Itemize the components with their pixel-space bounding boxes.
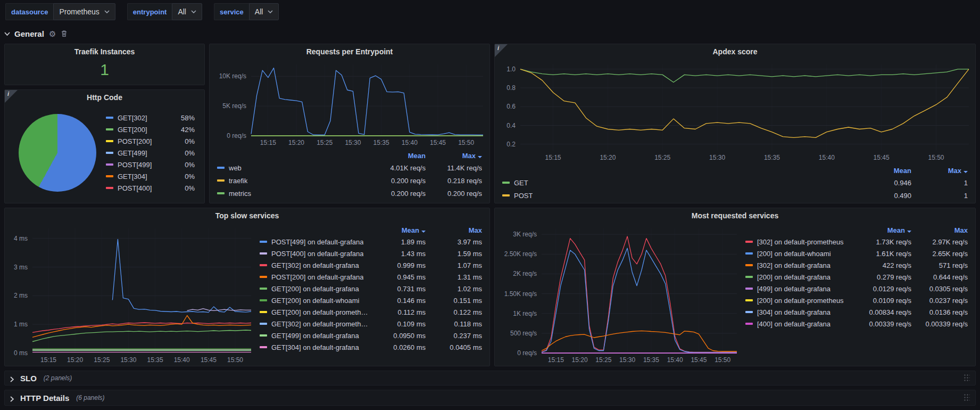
series-color-marker xyxy=(260,334,267,337)
legend-header: MeanMax xyxy=(217,150,482,161)
svg-text:0 req/s: 0 req/s xyxy=(227,132,246,140)
variable-entrypoint-select[interactable]: All xyxy=(172,3,202,20)
gear-icon[interactable]: ⚙ xyxy=(49,30,56,38)
legend-item[interactable]: [302] on default-prometheus1.73K req/s2.… xyxy=(745,236,968,248)
legend-item[interactable]: GET[499] on default-grafana0.0950 ms0.23… xyxy=(260,330,482,341)
legend-item[interactable]: POST[400] on default-grafana1.43 ms1.59 … xyxy=(260,248,482,259)
legend-item[interactable]: GET[302]58% xyxy=(106,112,195,124)
row-slo[interactable]: SLO (2 panels) xyxy=(4,371,976,386)
series-name: [304] on default-grafana xyxy=(757,308,830,316)
legend-item[interactable]: GET[302] on default-prometheus0.109 ms0.… xyxy=(260,318,482,330)
series-color-marker xyxy=(217,167,225,169)
variable-datasource-select[interactable]: Prometheus xyxy=(53,3,115,20)
legend-item[interactable]: [499] on default-grafana0.0129 req/s0.03… xyxy=(745,283,968,294)
legend-item[interactable]: POST[200] on default-grafana0.945 ms1.31… xyxy=(260,271,482,283)
series-mean: 0.00834 req/s xyxy=(855,308,911,316)
legend-column-max[interactable]: Max xyxy=(911,226,968,234)
panel-title-traefik-instances[interactable]: Traefik Instances xyxy=(5,44,204,59)
panel-title-requests-per-entrypoint[interactable]: Requests per Entrypoint xyxy=(210,44,489,59)
series-max: 0.0136 req/s xyxy=(911,308,968,316)
legend-column-max[interactable]: Max xyxy=(426,226,482,234)
legend-value: 0% xyxy=(171,184,195,192)
legend-label: POST[499] xyxy=(118,161,167,169)
panel-info-icon[interactable]: i xyxy=(495,44,508,57)
legend-item[interactable]: GET[302] on default-grafana0.999 ms1.07 … xyxy=(260,259,482,271)
series-max: 0.644 req/s xyxy=(911,273,968,281)
legend-column-max[interactable]: Max xyxy=(426,152,482,160)
http-code-body: GET[302]58%GET[200]42%POST[200]0%GET[499… xyxy=(5,105,204,203)
trash-icon[interactable] xyxy=(61,30,68,37)
top-slow-services-chart[interactable]: 15:1515:2015:2515:3015:3515:4015:4515:50… xyxy=(5,223,258,366)
svg-text:500 req/s: 500 req/s xyxy=(510,330,537,337)
series-color-marker xyxy=(745,288,753,290)
legend-item[interactable]: GET[304] on default-grafana0.0260 ms0.04… xyxy=(260,341,482,353)
legend-column-mean[interactable]: Mean xyxy=(855,167,911,175)
legend-value: 58% xyxy=(171,114,195,122)
svg-text:15:45: 15:45 xyxy=(874,154,890,161)
legend-item[interactable]: POST[499]0% xyxy=(106,159,195,170)
panel-title-most-requested-services[interactable]: Most requested services xyxy=(495,208,975,223)
legend-item[interactable]: GET[200] on default-whoami0.146 ms0.151 … xyxy=(260,294,482,306)
requests-per-entrypoint-legend: MeanMaxweb4.01K req/s11.4K req/straefik0… xyxy=(210,149,489,203)
legend-item[interactable]: POST[200]0% xyxy=(106,135,195,147)
requests-per-entrypoint-chart[interactable]: 15:1515:2015:2515:3015:3515:4015:4515:50… xyxy=(210,59,489,149)
row-general[interactable]: General ⚙ xyxy=(4,26,68,42)
panel-title-top-slow-services[interactable]: Top slow services xyxy=(5,208,489,223)
row-http-details[interactable]: HTTP Details (6 panels) xyxy=(4,390,976,406)
legend-item[interactable]: POST[499] on default-grafana1.89 ms3.97 … xyxy=(260,236,482,248)
panel-info-icon[interactable]: i xyxy=(5,90,18,103)
legend-item[interactable]: web4.01K req/s11.4K req/s xyxy=(217,161,482,174)
series-color-marker xyxy=(745,299,753,301)
panel-most-requested-services: Most requested services 15:1515:2015:251… xyxy=(494,208,976,366)
sort-caret-icon xyxy=(478,156,482,158)
legend-item[interactable]: GET0.9461 xyxy=(502,176,968,189)
legend-item[interactable]: [200] on default-grafana0.279 req/s0.644… xyxy=(745,271,968,283)
legend-item[interactable]: GET[499]0% xyxy=(106,147,195,159)
legend-column-mean[interactable]: Mean xyxy=(369,226,426,234)
legend-label: GET[499] xyxy=(118,149,167,157)
legend-item[interactable]: traefik0.200 req/s0.218 req/s xyxy=(217,174,482,187)
row-http-details-count: (6 panels) xyxy=(76,394,104,401)
legend-item[interactable]: GET[304]0% xyxy=(106,170,195,182)
panel-title-apdex-score[interactable]: Apdex score xyxy=(495,44,975,59)
legend-item[interactable]: [400] on default-grafana0.00339 req/s0.0… xyxy=(745,318,968,330)
legend-column-mean[interactable]: Mean xyxy=(369,152,426,160)
legend-item[interactable]: [200] on default-prometheus0.0109 req/s0… xyxy=(745,294,968,306)
series-name: GET xyxy=(514,179,528,187)
svg-text:15:45: 15:45 xyxy=(430,139,446,146)
legend-value: 42% xyxy=(171,126,195,134)
legend-item[interactable]: [304] on default-grafana0.00834 req/s0.0… xyxy=(745,306,968,318)
drag-handle[interactable] xyxy=(964,393,970,402)
row-general-title: General xyxy=(14,29,44,38)
legend-item[interactable]: GET[200]42% xyxy=(106,124,195,135)
row-slo-count: (2 panels) xyxy=(44,374,72,382)
legend-item[interactable]: POST[400]0% xyxy=(106,182,195,194)
drag-handle[interactable] xyxy=(964,374,970,382)
series-color-marker xyxy=(745,311,753,313)
svg-text:15:35: 15:35 xyxy=(643,356,659,364)
svg-text:15:30: 15:30 xyxy=(120,356,136,364)
series-max: 1.31 ms xyxy=(426,273,482,281)
legend-item[interactable]: metrics0.200 req/s0.200 req/s xyxy=(217,187,482,200)
legend-item[interactable]: GET[200] on default-grafana0.731 ms1.02 … xyxy=(260,283,482,294)
legend-column-max[interactable]: Max xyxy=(911,167,968,175)
sort-caret-icon xyxy=(907,231,911,233)
legend-item[interactable]: [302] on default-grafana422 req/s571 req… xyxy=(745,259,968,271)
series-color-marker xyxy=(260,241,267,243)
variable-service-select[interactable]: All xyxy=(249,3,279,20)
svg-text:15:20: 15:20 xyxy=(67,356,83,364)
svg-text:15:20: 15:20 xyxy=(600,154,616,161)
legend-item[interactable]: GET[200] on default-prometheus0.112 ms0.… xyxy=(260,306,482,318)
legend-item[interactable]: [200] on default-whoami1.61K req/s2.65K … xyxy=(745,248,968,259)
http-code-pie-chart[interactable] xyxy=(19,114,96,192)
panel-title-http-code[interactable]: Http Code xyxy=(5,90,204,105)
top-slow-services-legend: MeanMaxPOST[499] on default-grafana1.89 … xyxy=(258,223,489,366)
svg-text:15:20: 15:20 xyxy=(572,356,588,364)
most-requested-services-chart[interactable]: 15:1515:2015:2515:3015:3515:4015:4515:50… xyxy=(495,223,743,366)
apdex-score-chart[interactable]: 15:1515:2015:2515:3015:3515:4015:4515:50… xyxy=(495,59,975,163)
series-mean: 0.490 xyxy=(855,192,911,200)
legend-item[interactable]: POST0.4901 xyxy=(502,189,968,202)
legend-column-mean[interactable]: Mean xyxy=(855,226,911,234)
variables-bar: datasource Prometheus entrypoint All ser… xyxy=(0,0,980,23)
traefik-instances-stat-value: 1 xyxy=(5,59,204,85)
